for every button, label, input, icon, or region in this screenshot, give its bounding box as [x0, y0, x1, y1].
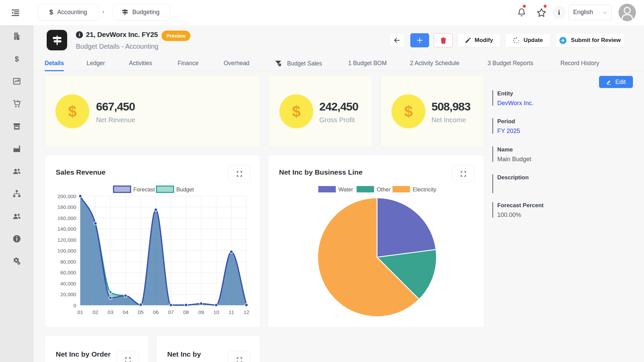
svg-text:200,000: 200,000	[57, 193, 76, 199]
svg-text:180,000: 180,000	[57, 204, 76, 210]
svg-text:01: 01	[77, 309, 83, 315]
svg-text:20,000: 20,000	[60, 291, 77, 297]
svg-text:04: 04	[123, 309, 129, 315]
svg-text:140,000: 140,000	[57, 226, 76, 232]
svg-text:03: 03	[107, 309, 113, 315]
svg-text:Water: Water	[338, 186, 353, 192]
svg-text:80,000: 80,000	[60, 259, 77, 265]
svg-text:08: 08	[183, 309, 189, 315]
svg-text:Other: Other	[377, 186, 391, 192]
svg-text:Forecast: Forecast	[133, 186, 155, 192]
svg-text:Electricity: Electricity	[413, 186, 436, 192]
svg-text:09: 09	[198, 309, 204, 315]
svg-text:12: 12	[243, 309, 249, 315]
svg-text:40,000: 40,000	[60, 281, 77, 286]
svg-text:160,000: 160,000	[57, 215, 76, 221]
svg-text:10: 10	[213, 309, 219, 315]
svg-text:$: $	[15, 55, 19, 63]
svg-text:100,000: 100,000	[57, 248, 76, 254]
svg-text:07: 07	[168, 309, 174, 315]
svg-text:60,000: 60,000	[60, 270, 77, 275]
svg-text:06: 06	[153, 309, 158, 315]
svg-text:120,000: 120,000	[57, 237, 76, 243]
svg-text:11: 11	[229, 309, 234, 315]
svg-text:02: 02	[92, 309, 98, 315]
svg-text:↑: ↑	[279, 63, 280, 66]
svg-text:05: 05	[138, 309, 143, 315]
svg-text:0: 0	[73, 303, 76, 308]
svg-text:Budget: Budget	[176, 186, 194, 192]
